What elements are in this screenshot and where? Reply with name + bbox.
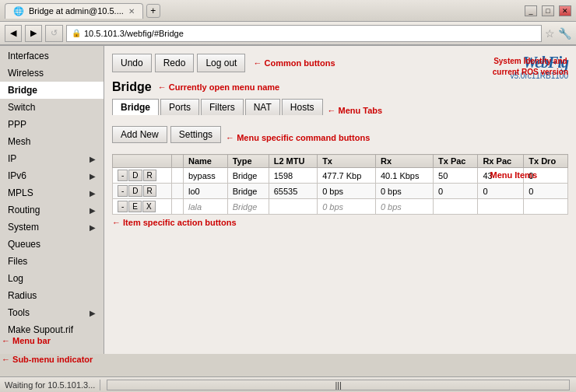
- row-btn-e[interactable]: E: [128, 201, 142, 212]
- col-header-action: [113, 155, 172, 168]
- col-header-rx-pac: Rx Pac: [478, 155, 524, 168]
- menu-tabs: BridgePortsFiltersNATHosts: [112, 99, 323, 115]
- row-btn-r[interactable]: R: [143, 185, 156, 197]
- sidebar-item-label: System: [8, 222, 39, 233]
- cell-tx-pac: [434, 199, 478, 215]
- arrow-menu-bar: ← Menu bar: [2, 336, 51, 345]
- row-btn-d[interactable]: D: [128, 185, 142, 197]
- tab-icon: 🌐: [13, 6, 24, 16]
- back-button[interactable]: ◀: [5, 25, 22, 42]
- window-controls: _ □ ✕: [525, 5, 571, 16]
- browser-tab[interactable]: 🌐 Bridge at admin@10.5.... ✕: [5, 3, 143, 19]
- undo-button[interactable]: Undo: [112, 54, 152, 72]
- sidebar-item-mpls[interactable]: MPLS▶: [0, 184, 104, 201]
- tab-filters[interactable]: Filters: [201, 99, 244, 115]
- row-btn--[interactable]: -: [118, 170, 128, 181]
- address-bar[interactable]: 🔒 10.5.101.3/webfig/#Bridge: [66, 25, 542, 42]
- sidebar-item-bridge[interactable]: Bridge: [0, 82, 104, 99]
- tab-close-button[interactable]: ✕: [128, 7, 135, 16]
- action-btn-settings[interactable]: Settings: [170, 126, 221, 143]
- close-button[interactable]: ✕: [559, 5, 571, 16]
- row-btn-x[interactable]: X: [142, 201, 156, 212]
- table-row: -DRlo0Bridge655350 bps0 bps000: [113, 184, 568, 199]
- row-btn--[interactable]: -: [118, 201, 128, 212]
- sidebar-item-label: IPv6: [8, 170, 26, 181]
- tab-ports[interactable]: Ports: [160, 99, 199, 115]
- sidebar-item-wireless[interactable]: Wireless: [0, 65, 104, 82]
- status-bar: Waiting for 10.5.101.3... |||: [0, 376, 576, 392]
- row-flag: [171, 184, 183, 199]
- row-action-buttons[interactable]: -EX: [113, 199, 172, 215]
- browser-tools-button[interactable]: 🔧: [558, 27, 571, 40]
- browser-chrome: 🌐 Bridge at admin@10.5.... ✕ + _ □ ✕ ◀ ▶…: [0, 0, 576, 46]
- sidebar-item-radius[interactable]: Radius: [0, 287, 104, 304]
- url-text: 10.5.101.3/webfig/#Bridge: [84, 29, 184, 38]
- bookmark-button[interactable]: ☆: [545, 27, 555, 40]
- forward-button[interactable]: ▶: [25, 25, 42, 42]
- tab-bridge[interactable]: Bridge: [112, 99, 159, 115]
- action-btn-add-new[interactable]: Add New: [112, 126, 167, 143]
- sidebar-item-tools[interactable]: Tools▶: [0, 304, 104, 321]
- sidebar-item-mesh[interactable]: Mesh: [0, 133, 104, 150]
- sidebar-item-system[interactable]: System▶: [0, 219, 104, 236]
- sidebar-item-label: Switch: [8, 102, 35, 113]
- sidebar-item-label: Radius: [8, 290, 37, 301]
- row-action-buttons[interactable]: -DR: [113, 168, 172, 184]
- col-header-tx: Tx: [318, 155, 376, 168]
- sidebar-item-routing[interactable]: Routing▶: [0, 201, 104, 219]
- cell-tx-pac: 50: [434, 168, 478, 184]
- row-flag: [171, 168, 183, 184]
- sidebar-item-label: Wireless: [8, 68, 44, 79]
- arrow-menu-items: Menu Items: [490, 170, 537, 180]
- sidebar-item-ppp[interactable]: PPP: [0, 116, 104, 133]
- arrow-menu-name: ← Currently open menu name: [158, 82, 279, 92]
- navigation-bar: ◀ ▶ ↺ 🔒 10.5.101.3/webfig/#Bridge ☆ 🔧: [0, 22, 576, 45]
- cell-tx-pac: 0: [434, 184, 478, 199]
- minimize-button[interactable]: _: [525, 5, 537, 16]
- redo-button[interactable]: Redo: [155, 54, 195, 72]
- sidebar-item-log[interactable]: Log: [0, 270, 104, 287]
- arrow-menu-tabs: ← Menu Tabs: [328, 106, 383, 115]
- sidebar-item-switch[interactable]: Switch: [0, 99, 104, 116]
- maximize-button[interactable]: □: [542, 5, 554, 16]
- sidebar-item-label: Files: [8, 256, 27, 267]
- row-btn-r[interactable]: R: [143, 170, 156, 181]
- sidebar-item-ip[interactable]: IP▶: [0, 150, 104, 167]
- status-text: Waiting for 10.5.101.3...: [5, 380, 95, 390]
- submenu-arrow-icon: ▶: [90, 309, 96, 317]
- sidebar-item-files[interactable]: Files: [0, 253, 104, 270]
- sidebar-item-interfaces[interactable]: Interfaces: [0, 47, 104, 65]
- sidebar-item-label: Make Supout.rif: [8, 324, 73, 335]
- content-area: Undo Redo Log out ← Common buttons WebFi…: [104, 46, 576, 354]
- new-tab-button[interactable]: +: [146, 4, 160, 18]
- action-buttons-row: Add NewSettings ← Menu specific command …: [112, 126, 568, 149]
- cell-name: bypass: [183, 168, 227, 184]
- submenu-arrow-icon: ▶: [90, 189, 96, 198]
- row-btn-d[interactable]: D: [128, 170, 142, 181]
- tab-bar: 🌐 Bridge at admin@10.5.... ✕ +: [5, 3, 160, 19]
- tab-nat[interactable]: NAT: [245, 99, 280, 115]
- sidebar-item-label: MPLS: [8, 187, 33, 198]
- title-bar: 🌐 Bridge at admin@10.5.... ✕ + _ □ ✕: [0, 0, 576, 22]
- tab-hosts[interactable]: Hosts: [282, 99, 323, 115]
- sidebar-item-queues[interactable]: Queues: [0, 236, 104, 253]
- arrow-item-action: ← Item specific action buttons: [112, 218, 237, 227]
- menu-title-row: Bridge ← Currently open menu name: [112, 80, 568, 94]
- table-row: -EXlalaBridge0 bps0 bps: [113, 199, 568, 215]
- scroll-indicator: |||: [107, 380, 570, 390]
- cell-rx-pac: [478, 199, 524, 215]
- sidebar-item-ipv6[interactable]: IPv6▶: [0, 167, 104, 184]
- tab-title: Bridge at admin@10.5....: [29, 6, 124, 16]
- cell-type: Bridge: [227, 199, 269, 215]
- logout-button[interactable]: Log out: [197, 54, 245, 72]
- cell-name: lala: [183, 199, 227, 215]
- cell-tx: 0 bps: [318, 199, 376, 215]
- row-btn--[interactable]: -: [118, 185, 128, 197]
- arrow-common-buttons: ← Common buttons: [253, 58, 335, 68]
- sidebar-item-label: Queues: [8, 239, 40, 250]
- arrow-submenu: ← Sub-menu indicator: [2, 355, 93, 364]
- row-action-buttons[interactable]: -DR: [113, 184, 172, 199]
- system-identity-annotation: System Identity andcurrent ROS version: [493, 55, 568, 77]
- sidebar-item-label: Tools: [8, 307, 30, 318]
- reload-button[interactable]: ↺: [45, 25, 63, 42]
